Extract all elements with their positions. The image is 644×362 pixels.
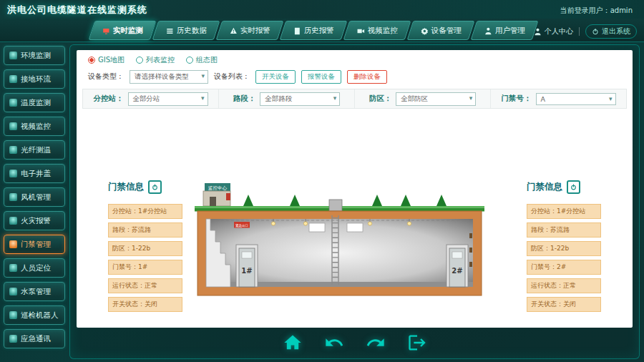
- nav-right-actions: 个人中心 退出系统: [534, 24, 637, 39]
- personnel-location-icon: [9, 264, 17, 272]
- access-info-row: 开关状态：关闭: [108, 297, 182, 312]
- road-section-select[interactable]: 全部路段: [260, 92, 340, 106]
- exit-button[interactable]: [406, 333, 428, 353]
- alarm-device-button[interactable]: 报警设备: [301, 70, 341, 84]
- tab-realtime-alarm[interactable]: 实时报警: [216, 21, 284, 40]
- sidebar-item-fiber-temperature[interactable]: 光纤测温: [4, 140, 65, 160]
- sidebar-item-access-control[interactable]: 门禁管理: [4, 235, 65, 254]
- tunnel-door-1[interactable]: 1#: [236, 245, 258, 287]
- tab-label: 用户管理: [495, 26, 525, 36]
- content-panel: GIS地图 列表监控 组态图 设备类型： 请选择样设备类型 设备列表： 开关设备…: [77, 50, 633, 328]
- app-title: 洪电公司电缆隧道在线监测系统: [7, 4, 147, 16]
- emergency-comm-icon: [9, 335, 17, 343]
- emergency-exit-sign: 紧急出口: [234, 222, 250, 228]
- delete-device-button[interactable]: 删除设备: [347, 70, 387, 84]
- sidebar-item-video[interactable]: 视频监控: [4, 117, 65, 136]
- logout-button[interactable]: 退出系统: [585, 24, 637, 39]
- access-info-row: 门禁号：1#: [108, 260, 182, 275]
- power-status-icon[interactable]: [567, 180, 580, 194]
- home-icon: [282, 333, 303, 353]
- switch-device-button[interactable]: 开关设备: [255, 70, 296, 84]
- tab-history-data[interactable]: 历史数据: [152, 21, 220, 40]
- door-number-select[interactable]: A: [536, 93, 616, 105]
- sidebar-item-fan-management[interactable]: 风机管理: [4, 187, 65, 207]
- sidebar-item-temperature[interactable]: 温度监测: [4, 93, 65, 112]
- access-info-title: 门禁信息: [527, 181, 562, 193]
- temperature-icon: [9, 99, 17, 107]
- sidebar-item-personnel-location[interactable]: 人员定位: [4, 258, 65, 278]
- access-info-row: 开关状态：关闭: [527, 297, 601, 312]
- access-info-row: 路段：苏流路: [108, 222, 182, 238]
- camera-icon: [357, 26, 365, 34]
- access-control-icon: [9, 240, 17, 248]
- filter-door-number: 门禁号： A: [491, 89, 626, 108]
- view-mode-label: GIS地图: [98, 55, 125, 65]
- access-info-row: 门禁号：2#: [527, 260, 601, 275]
- video-monitor-icon: [9, 122, 17, 130]
- filter-road-section: 路段： 全部路段: [219, 89, 355, 108]
- access-info-row: 运行状态：正常: [108, 278, 182, 293]
- sidebar-item-environment[interactable]: 环境监测: [4, 46, 65, 65]
- power-status-icon[interactable]: [148, 180, 162, 194]
- user-icon: [484, 26, 492, 34]
- sidebar-item-label: 温度监测: [21, 98, 51, 108]
- defense-zone-select[interactable]: 全部防区: [396, 92, 476, 106]
- sign-board: [347, 223, 363, 232]
- access-info-row: 运行状态：正常: [527, 278, 601, 293]
- substation-select[interactable]: 全部分站: [128, 92, 208, 106]
- left-sidebar: 环境监测 接地环流 温度监测 视频监控 光纤测温 电子井盖 风机管理 火灾报警 …: [4, 46, 65, 348]
- tab-device-management[interactable]: 设备管理: [407, 21, 475, 40]
- main-panel: GIS地图 列表监控 组态图 设备类型： 请选择样设备类型 设备列表： 开关设备…: [69, 44, 640, 359]
- radio-gis-map[interactable]: GIS地图: [88, 55, 125, 65]
- current-user-label: 当前登录用户：admin: [560, 6, 633, 16]
- undo-button[interactable]: [323, 333, 345, 353]
- tab-history-alarm[interactable]: 历史报警: [280, 21, 348, 40]
- sidebar-item-label: 接地环流: [21, 74, 51, 84]
- sidebar-item-water-pump[interactable]: 水泵管理: [4, 282, 65, 301]
- sidebar-item-label: 视频监控: [21, 122, 51, 132]
- radio-list-monitor[interactable]: 列表监控: [136, 55, 175, 65]
- filter-defense-zone: 防区： 全部防区: [355, 89, 491, 108]
- tab-label: 历史报警: [304, 26, 334, 36]
- tab-label: 实时报警: [240, 26, 270, 36]
- diagram-area: 门禁信息 分控站：1#分控站 路段：苏流路 防区：1-22b 门禁号：1# 运行…: [77, 109, 633, 328]
- sidebar-item-label: 环境监测: [21, 51, 51, 61]
- view-mode-label: 组态图: [196, 55, 218, 65]
- filter-substation: 分控站： 全部分站: [83, 89, 219, 108]
- filter-label: 分控站：: [94, 94, 124, 104]
- redo-button[interactable]: [365, 333, 386, 353]
- sidebar-item-fire-alarm[interactable]: 火灾报警: [4, 211, 65, 230]
- tab-user-management[interactable]: 用户管理: [471, 21, 539, 40]
- fire-alarm-icon: [9, 217, 17, 225]
- manhole-cover-icon: [9, 170, 17, 177]
- tab-video-monitor[interactable]: 视频监控: [343, 21, 411, 40]
- filter-bar: 分控站： 全部分站 路段： 全部路段 防区： 全部防区 门禁号： A: [82, 89, 627, 109]
- power-glyph-icon: [152, 184, 158, 190]
- sidebar-item-manhole-cover[interactable]: 电子井盖: [4, 164, 65, 183]
- sidebar-item-inspection-robot[interactable]: 巡检机器人: [4, 305, 65, 325]
- bottom-toolbar: [70, 333, 639, 353]
- tab-label: 视频监控: [368, 26, 398, 36]
- radio-scada-view[interactable]: 组态图: [186, 55, 218, 65]
- door2-label: 2#: [452, 267, 462, 275]
- home-button[interactable]: [282, 333, 303, 353]
- personal-center-link[interactable]: 个人中心: [534, 26, 573, 36]
- device-type-select[interactable]: 请选择样设备类型: [130, 70, 208, 84]
- device-list-label: 设备列表：: [214, 72, 250, 82]
- logout-label: 退出系统: [602, 26, 630, 36]
- sidebar-item-label: 光纤测温: [21, 145, 51, 155]
- access-info-row: 路段：苏流路: [527, 222, 601, 238]
- sidebar-item-ground-current[interactable]: 接地环流: [4, 69, 65, 89]
- access-info-row: 分控站：1#分控站: [527, 204, 601, 219]
- radio-dot: [186, 57, 193, 64]
- tab-label: 实时监测: [113, 26, 143, 36]
- sidebar-item-emergency-comm[interactable]: 应急通讯: [4, 329, 65, 348]
- sidebar-item-label: 应急通讯: [21, 334, 51, 344]
- radio-selected-dot: [88, 57, 95, 64]
- access-info-row: 分控站：1#分控站: [108, 204, 182, 219]
- filter-label: 防区：: [369, 94, 392, 104]
- redo-arrow-icon: [365, 333, 386, 353]
- tab-realtime-monitor[interactable]: 实时监测: [89, 21, 157, 40]
- monitor-icon: [102, 26, 110, 34]
- tunnel-door-2[interactable]: 2#: [447, 245, 468, 287]
